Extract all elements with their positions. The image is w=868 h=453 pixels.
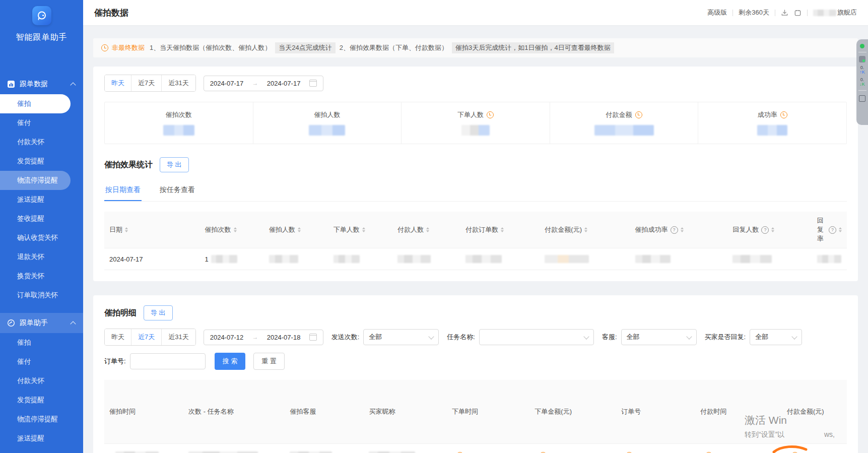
chevron-down-icon <box>429 334 434 339</box>
task-name-label: 任务名称: <box>447 333 475 342</box>
sidebar-item-refund-care[interactable]: 退款关怀 <box>0 247 71 267</box>
sidebar-item-cuifu[interactable]: 催付 <box>0 113 71 133</box>
task-name-select[interactable] <box>479 329 594 345</box>
topbar-meta: 高级版 剩余360天 旗舰店 <box>707 8 857 17</box>
sidebar-item-cuipai[interactable]: 催拍 <box>0 94 71 113</box>
effect-section-title: 催拍效果统计 <box>104 160 153 170</box>
detail-date-range-picker[interactable]: 2024-07-12 2024-07-18 <box>204 330 323 345</box>
effect-tabs: 按日期查看 按任务查看 <box>104 180 847 202</box>
agent-label: 客服: <box>602 333 617 342</box>
range-7days-button[interactable]: 近7天 <box>131 329 162 345</box>
sort-icon[interactable] <box>681 227 684 232</box>
order-search-row: 订单号: 搜 索 重 置 <box>104 353 847 370</box>
sort-icon[interactable] <box>298 227 301 232</box>
sidebar-section-assistant[interactable]: 跟单助手 <box>0 313 83 333</box>
buyer-reply-select[interactable]: 全部 <box>750 329 802 345</box>
sidebar-item-ship-reminder[interactable]: 发货提醒 <box>0 152 71 171</box>
sidebar-item-sign-reminder[interactable]: 签收提醒 <box>0 209 71 228</box>
sidebar-item-confirm-receipt[interactable]: 确认收货关怀 <box>0 228 71 247</box>
sidebar-item-assistant-cuipai[interactable]: 催拍 <box>0 333 71 352</box>
security-icon[interactable] <box>859 56 865 62</box>
redacted-stat-value <box>461 125 490 136</box>
chevron-up-icon[interactable] <box>70 321 76 327</box>
notice-bar: 非最终数据 1、当天催拍数据（催拍次数、催拍人数） 当天24点完成统计 2、催拍… <box>93 38 858 57</box>
sidebar-item-assistant-payment-care[interactable]: 付款关怀 <box>0 371 71 391</box>
redacted-value <box>635 255 671 263</box>
redacted-stat-value <box>594 125 654 136</box>
sort-icon[interactable] <box>362 227 365 232</box>
sidebar-item-assistant-logistics-stall[interactable]: 物流停滞提醒 <box>0 410 71 429</box>
floating-system-widget[interactable]: 0. 0. <box>856 39 868 125</box>
agent-select[interactable]: 全部 <box>621 329 697 345</box>
tab-by-task[interactable]: 按任务查看 <box>159 180 196 201</box>
column-label: 付款人数 <box>397 225 424 234</box>
help-icon[interactable] <box>671 226 678 234</box>
send-count-select[interactable]: 全部 <box>363 329 439 345</box>
column-label: 次数 - 任务名称 <box>188 407 234 416</box>
overview-date-range-picker[interactable]: 2024-07-17 2024-07-17 <box>204 76 323 91</box>
tab-by-date[interactable]: 按日期查看 <box>104 180 142 201</box>
column-label: 下单金额(元) <box>535 407 572 416</box>
range-31days-button[interactable]: 近31天 <box>162 75 195 91</box>
sidebar-item-assistant-cuifu[interactable]: 催付 <box>0 352 71 371</box>
app-title: 智能跟单助手 <box>16 32 68 43</box>
stats-box: 催拍次数 催拍人数 下单人数 付款金额 <box>104 102 847 144</box>
arrow-right-icon <box>252 80 258 87</box>
chevron-up-icon[interactable] <box>70 82 76 88</box>
detail-table-row: 2 - - - - - <box>104 444 847 453</box>
sort-icon[interactable] <box>584 227 587 232</box>
detail-export-button[interactable]: 导 出 <box>144 305 173 320</box>
search-button[interactable]: 搜 索 <box>215 353 246 370</box>
sidebar: 智能跟单助手 跟单数据 催拍 催付 付款关怀 发货提醒 物流停滞提醒 <box>0 0 83 453</box>
sidebar-section-gap <box>0 305 83 313</box>
column-label: 催拍成功率 <box>635 225 668 234</box>
column-label: 催拍时间 <box>109 407 136 416</box>
home-icon[interactable] <box>859 95 865 102</box>
row-value-prefix: 1 <box>205 255 209 263</box>
select-value: 全部 <box>755 333 768 342</box>
effect-export-button[interactable]: 导 出 <box>160 157 189 172</box>
sidebar-item-exchange-care[interactable]: 换货关怀 <box>0 267 71 286</box>
sort-icon[interactable] <box>771 227 774 232</box>
sidebar-item-delivery-reminder[interactable]: 派送提醒 <box>0 190 71 209</box>
effect-table-header: 日期 催拍次数 催拍人数 下单人数 付款人数 付款订单数 付款金额(元) 催拍成… <box>104 212 847 248</box>
sidebar-item-logistics-stall[interactable]: 物流停滞提醒 <box>0 171 71 190</box>
select-value: 全部 <box>627 333 640 342</box>
windows-activation-watermark-line1: 激活 Win <box>745 413 787 427</box>
sidebar-item-cancel-care[interactable]: 订单取消关怀 <box>0 286 71 305</box>
download-icon[interactable] <box>781 9 788 17</box>
sort-icon[interactable] <box>426 227 429 232</box>
help-icon[interactable] <box>829 226 836 234</box>
detail-filter-row: 昨天 近7天 近31天 2024-07-12 2024-07-18 发送次数: … <box>104 329 847 346</box>
sidebar-item-assistant-delivery-reminder[interactable]: 派送提醒 <box>0 429 71 448</box>
overview-quick-ranges: 昨天 近7天 近31天 <box>104 75 196 92</box>
sort-icon[interactable] <box>125 227 128 232</box>
effect-table-row: 2024-07-17 1 <box>104 248 847 270</box>
notice-text: 1、当天催拍数据（催拍次数、催拍人数） <box>150 43 271 52</box>
sort-icon[interactable] <box>234 227 237 232</box>
calendar-icon <box>309 334 317 341</box>
notice-text: 2、催拍效果数据（下单、付款数据） <box>340 43 448 52</box>
range-yesterday-button[interactable]: 昨天 <box>105 75 131 91</box>
sidebar-section-data[interactable]: 跟单数据 <box>0 74 83 94</box>
bar-chart-icon <box>7 80 15 88</box>
order-number-input[interactable] <box>130 353 206 369</box>
sort-icon[interactable] <box>501 227 504 232</box>
help-icon[interactable] <box>761 226 769 234</box>
detail-table: 催拍时间 次数 - 任务名称 催拍客服 买家昵称 下单时间 下单金额(元) 订单… <box>104 380 847 453</box>
overview-range-row: 昨天 近7天 近31天 2024-07-17 2024-07-17 <box>104 75 847 92</box>
main-area: 催拍数据 高级版 剩余360天 <box>83 0 868 453</box>
range-yesterday-button[interactable]: 昨天 <box>105 329 131 345</box>
windows-activation-watermark-fragment: ws, <box>824 430 835 438</box>
reset-button[interactable]: 重 置 <box>253 353 285 370</box>
range-31days-button[interactable]: 近31天 <box>162 329 195 345</box>
sidebar-item-assistant-ship-reminder[interactable]: 发货提醒 <box>0 391 71 410</box>
calendar-icon[interactable] <box>794 9 802 17</box>
sidebar-item-payment-care[interactable]: 付款关怀 <box>0 133 71 152</box>
store-name[interactable]: 旗舰店 <box>813 8 857 17</box>
divider <box>858 90 866 91</box>
sort-icon[interactable] <box>839 227 842 232</box>
order-number-label: 订单号: <box>104 357 126 366</box>
arrow-right-icon <box>252 334 258 341</box>
range-7days-button[interactable]: 近7天 <box>131 75 162 91</box>
